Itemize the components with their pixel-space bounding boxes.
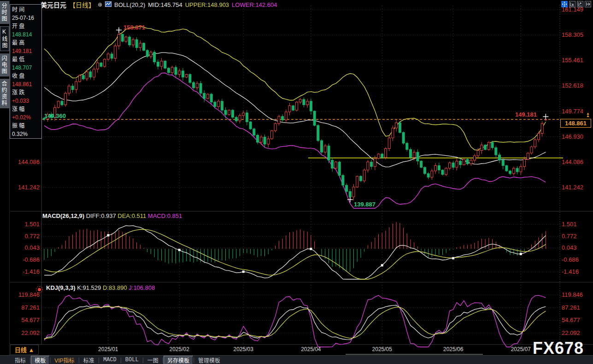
kdj-d-value: D:83.890: [103, 284, 127, 291]
month-label: 2025/03: [233, 346, 253, 352]
info-row-label: 最 高: [12, 39, 41, 47]
price-axis-label: 141.242: [562, 184, 583, 191]
month-label: 2025/02: [170, 346, 189, 352]
macd-axis-label-left: -0.686: [12, 256, 40, 263]
info-row-value: 148.861: [12, 80, 41, 88]
month-label: 2025/07: [511, 346, 531, 352]
macd-axis-label: 1.501: [562, 221, 577, 228]
kdj-pane-header: KDJ(9,3,3) K:91.529 D:83.890 J:106.808: [46, 284, 155, 291]
crosshair-mode-icon[interactable]: [561, 1, 568, 7]
toolbar-tab-标准[interactable]: 标准: [80, 356, 98, 364]
price-up-arrows-icon: ▲▲: [586, 112, 590, 117]
price-axis-label: 155.461: [562, 57, 583, 64]
macd-axis-label: -0.686: [562, 256, 579, 263]
info-row-label: 涨 跌: [12, 88, 41, 97]
circle-plus-icon[interactable]: ⊕: [98, 1, 102, 8]
macd-dea-value: DEA:0.511: [117, 212, 146, 219]
info-row-value: 148.814: [12, 30, 41, 39]
toolbar-tab-MACD[interactable]: MACD: [100, 356, 120, 364]
macd-diff-value: DIFF:0.937: [86, 212, 116, 219]
toolbar-tab-BOLL[interactable]: BOLL: [122, 356, 142, 364]
sidebar-tab-闪电图[interactable]: 闪电图: [0, 53, 9, 76]
toolbar-tab-模板[interactable]: 模板: [31, 356, 49, 364]
peak-price-label: 158.871: [123, 24, 145, 31]
sidebar-tab-分时图[interactable]: 分时图: [0, 1, 9, 24]
toolbar-tab-指标[interactable]: 指标: [11, 356, 29, 364]
ref-level-label: 149.360: [44, 112, 66, 119]
kdj-j-value: J:106.808: [129, 284, 155, 291]
macd-axis-label-left: 1.501: [12, 221, 40, 228]
session-high-label: 149.181: [515, 111, 537, 118]
x-axis-scale-icon[interactable]: [577, 1, 583, 7]
macd-axis-label-left: 0.043: [12, 244, 40, 251]
price-axis-label: 152.618: [562, 82, 583, 89]
info-row-label: 开 盘: [12, 22, 41, 30]
chart-type-icon[interactable]: [105, 1, 112, 8]
macd-axis-label: 0.043: [562, 244, 577, 251]
kdj-axis-label-left: 87.261: [12, 304, 40, 311]
quote-info-panel: 时 间25-07-16开 盘148.814最 高149.181最 低148.70…: [10, 4, 42, 139]
sidebar-tab-K线图[interactable]: K线图: [0, 26, 9, 51]
macd-axis-label-left: -1.416: [12, 268, 40, 275]
toolbar-tab-VIP指标[interactable]: VIP指标: [51, 356, 78, 364]
kdj-axis-label: 54.677: [562, 317, 580, 323]
info-row-value: +0.033: [12, 97, 41, 105]
period-arrow-icon: ▲: [28, 346, 34, 353]
macd-axis-label: -1.416: [562, 268, 579, 275]
month-label: 2025/04: [301, 346, 321, 352]
chart-tool-icons: [561, 1, 591, 7]
chart-header: 美元日元 【日线】 ⊕ BOLL(20,2) MID:145.754 UPPER…: [41, 0, 277, 9]
info-row-label: 涨 幅: [12, 105, 41, 113]
boll-lower-value: LOWER:142.604: [232, 1, 277, 8]
current-price-tag[interactable]: 148.861: [560, 119, 591, 128]
month-label: 2025/01: [98, 346, 118, 352]
chart-canvas[interactable]: [0, 0, 593, 364]
trading-terminal: 美元日元 【日线】 ⊕ BOLL(20,2) MID:145.754 UPPER…: [0, 0, 593, 364]
info-row-value: 149.181: [12, 47, 41, 55]
period-tag: 【日线】: [69, 0, 95, 9]
month-label: 2025/06: [443, 346, 463, 352]
price-axis-label-left: 144.086: [12, 159, 40, 165]
y-axis-scale-icon[interactable]: [569, 1, 575, 7]
info-row-label: 最 低: [12, 55, 41, 64]
toolbar-tab-另存模板[interactable]: 另存模板: [164, 356, 193, 364]
boll-upper-value: UPPER:148.903: [185, 1, 229, 8]
sidebar-tab-合约资料[interactable]: 合约资料: [0, 79, 9, 108]
info-row-label: 时 间: [12, 6, 41, 14]
month-label: 2025/05: [372, 346, 392, 352]
toolbar-tab-一图[interactable]: 一图: [144, 356, 162, 364]
kdj-axis-label: 119.846: [562, 291, 583, 298]
left-sidebar: 分时图K线图闪电图合约资料: [0, 0, 10, 364]
macd-macd-value: MACD:0.851: [148, 212, 182, 219]
measure-line-icon[interactable]: [585, 1, 591, 7]
info-row-label: 振 幅: [12, 122, 41, 130]
macd-pane-header: MACD(26,12,9) DIFF:0.937 DEA:0.511 MACD:…: [42, 212, 182, 219]
period-selector[interactable]: 日线 ▲: [10, 345, 39, 355]
x-axis-row: 日线 ▲ 2025/012025/022025/032025/042025/05…: [0, 345, 593, 355]
period-label: 日线: [15, 346, 27, 353]
kdj-k-value: K:91.529: [77, 284, 101, 291]
macd-axis-label: 0.772: [562, 233, 577, 240]
kdj-label: KDJ(9,3,3): [46, 284, 76, 291]
info-row-value: 25-07-16: [12, 14, 41, 22]
symbol-title: 美元日元: [41, 0, 66, 9]
alert-dot-icon[interactable]: [36, 286, 43, 293]
kdj-axis-label-left: 54.677: [12, 317, 40, 323]
boll-label: BOLL(20,2): [114, 1, 145, 8]
bottom-toolbar: 指标|模板|VIP指标|标准|MACD|BOLL|一图|另存模板|管理模板: [0, 355, 593, 364]
kdj-axis-label: 22.092: [562, 329, 580, 336]
kdj-axis-label-left: 22.092: [12, 329, 40, 336]
price-axis-label: 144.086: [562, 159, 583, 165]
macd-label: MACD(26,12,9): [42, 212, 84, 219]
info-row-value: 0.32%: [12, 130, 41, 138]
kdj-axis-label-left: 119.846: [12, 291, 40, 298]
price-axis-label: 149.774: [562, 108, 583, 115]
trough-price-label: 139.887: [354, 201, 376, 208]
macd-axis-label-left: 0.772: [12, 233, 40, 240]
price-axis-label: 146.930: [562, 133, 583, 140]
info-row-value: +0.02%: [12, 113, 41, 122]
price-axis-label-left: 141.242: [12, 184, 40, 191]
toolbar-tab-管理模板[interactable]: 管理模板: [194, 356, 224, 364]
price-axis-label: 158.305: [562, 31, 583, 38]
info-row-label: 收 盘: [12, 72, 41, 80]
